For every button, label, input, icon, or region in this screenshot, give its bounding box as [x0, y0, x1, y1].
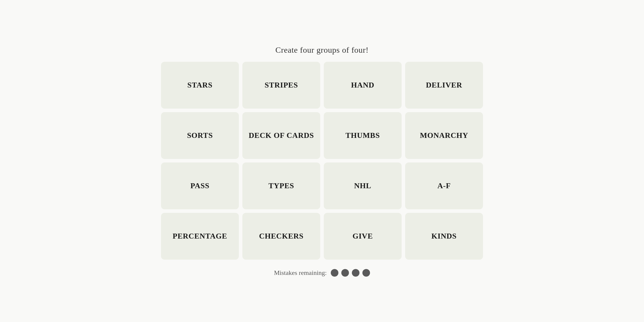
card-pass[interactable]: PASS: [161, 162, 239, 209]
card-label-thumbs: THUMBS: [342, 128, 383, 143]
mistakes-area: Mistakes remaining:: [274, 269, 370, 277]
card-label-deliver: DELIVER: [423, 78, 465, 93]
card-give[interactable]: GIVE: [324, 213, 402, 260]
card-label-nhl: NHL: [351, 179, 374, 193]
card-label-pass: PASS: [188, 179, 213, 193]
card-label-deck-of-cards: DECK OF CARDS: [246, 128, 317, 143]
card-label-monarchy: MONARCHY: [417, 128, 471, 143]
card-label-kinds: KINDS: [429, 229, 460, 244]
card-label-a-f: A-F: [434, 179, 454, 193]
game-container: Create four groups of four! STARSSTRIPES…: [161, 45, 483, 277]
mistake-dot-1: [331, 269, 338, 277]
dots-container: [331, 269, 370, 277]
card-label-checkers: CHECKERS: [256, 229, 306, 244]
mistake-dot-4: [362, 269, 370, 277]
mistake-dot-3: [352, 269, 359, 277]
card-grid: STARSSTRIPESHANDDELIVERSORTSDECK OF CARD…: [161, 62, 483, 260]
subtitle: Create four groups of four!: [275, 45, 369, 55]
card-label-percentage: PERCENTAGE: [170, 229, 230, 244]
card-kinds[interactable]: KINDS: [405, 213, 483, 260]
card-label-stars: STARS: [184, 78, 215, 93]
card-types[interactable]: TYPES: [242, 162, 320, 209]
card-thumbs[interactable]: THUMBS: [324, 112, 402, 159]
card-deliver[interactable]: DELIVER: [405, 62, 483, 109]
card-stripes[interactable]: STRIPES: [242, 62, 320, 109]
card-label-types: TYPES: [266, 179, 297, 193]
card-deck-of-cards[interactable]: DECK OF CARDS: [242, 112, 320, 159]
mistake-dot-2: [341, 269, 349, 277]
mistakes-label: Mistakes remaining:: [274, 269, 327, 277]
card-sorts[interactable]: SORTS: [161, 112, 239, 159]
card-a-f[interactable]: A-F: [405, 162, 483, 209]
card-checkers[interactable]: CHECKERS: [242, 213, 320, 260]
card-nhl[interactable]: NHL: [324, 162, 402, 209]
card-percentage[interactable]: PERCENTAGE: [161, 213, 239, 260]
card-label-stripes: STRIPES: [262, 78, 301, 93]
card-label-give: GIVE: [350, 229, 376, 244]
card-stars[interactable]: STARS: [161, 62, 239, 109]
card-hand[interactable]: HAND: [324, 62, 402, 109]
card-label-sorts: SORTS: [184, 128, 216, 143]
card-label-hand: HAND: [348, 78, 377, 93]
card-monarchy[interactable]: MONARCHY: [405, 112, 483, 159]
